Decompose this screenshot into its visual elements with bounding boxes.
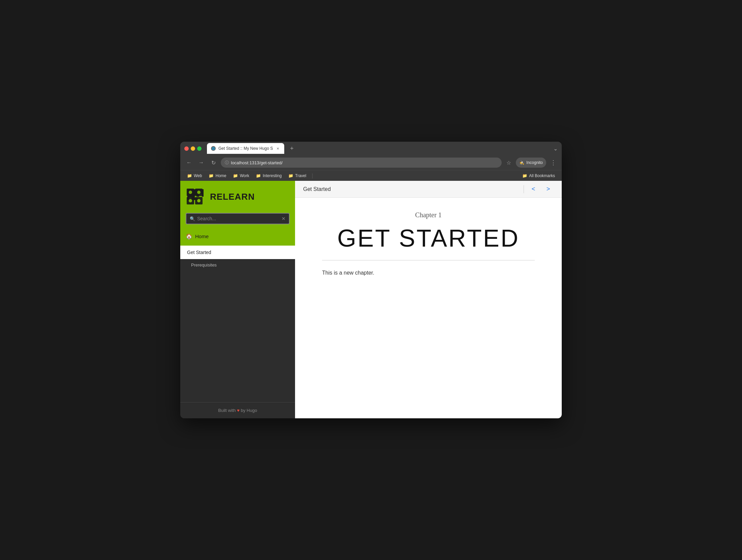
svg-point-4 xyxy=(189,191,192,194)
search-input[interactable] xyxy=(197,216,280,221)
traffic-light-green[interactable] xyxy=(197,146,202,151)
logo-puzzle-icon xyxy=(186,188,206,206)
traffic-light-red[interactable] xyxy=(184,146,189,151)
svg-point-7 xyxy=(197,199,201,202)
home-label: Home xyxy=(195,233,209,239)
logo-text: RELEARN xyxy=(210,192,255,202)
bookmark-label: Work xyxy=(240,173,249,178)
svg-point-5 xyxy=(197,191,201,194)
all-bookmarks-button[interactable]: 📁 All Bookmarks xyxy=(520,172,558,179)
incognito-icon: 🕵 xyxy=(519,160,524,165)
svg-point-6 xyxy=(189,199,192,202)
bookmark-star-button[interactable]: ☆ xyxy=(504,160,513,166)
refresh-button[interactable]: ↻ xyxy=(209,158,218,167)
folder-icon: 📁 xyxy=(522,173,527,178)
browser-tab[interactable]: 🌐 Get Started :: My New Hugo S ✕ xyxy=(207,143,284,154)
bookmark-travel[interactable]: 📁 Travel xyxy=(286,172,309,179)
incognito-label: Incognito xyxy=(526,160,543,165)
incognito-button[interactable]: 🕵 Incognito xyxy=(516,158,546,168)
sidebar-logo-area: RELEARN xyxy=(180,181,295,213)
folder-icon: 📁 xyxy=(288,173,293,178)
folder-icon: 📁 xyxy=(256,173,261,178)
url-text: localhost:1313/get-started/ xyxy=(231,160,283,165)
sidebar-item-get-started[interactable]: Get Started xyxy=(180,246,295,259)
tab-favicon: 🌐 xyxy=(211,146,216,151)
bookmark-web[interactable]: 📁 Web xyxy=(184,172,205,179)
search-bar-area: 🔍 ✕ xyxy=(180,213,295,229)
title-bar: 🌐 Get Started :: My New Hugo S ✕ + ⌄ xyxy=(180,142,562,155)
sidebar: RELEARN 🔍 ✕ 🏠 Home Get Sta xyxy=(180,181,295,418)
chapter-title: GET STARTED xyxy=(322,224,535,252)
chapter-body-text: This is a new chapter. xyxy=(322,269,535,277)
tab-expand-button[interactable]: ⌄ xyxy=(553,145,558,152)
chapter-label: Chapter 1 xyxy=(322,211,535,219)
search-clear-button[interactable]: ✕ xyxy=(282,216,286,221)
all-bookmarks-label: All Bookmarks xyxy=(529,173,555,178)
traffic-lights xyxy=(184,146,202,151)
page-header: Get Started < > xyxy=(295,181,562,198)
chapter-divider xyxy=(322,260,535,260)
menu-item-label: Prerequisites xyxy=(191,262,217,268)
bookmark-separator: | xyxy=(312,173,313,179)
browser-menu-button[interactable]: ⋮ xyxy=(549,159,558,166)
bookmark-home[interactable]: 📁 Home xyxy=(206,172,229,179)
footer-by-hugo: by Hugo xyxy=(241,408,257,413)
page-body: Chapter 1 GET STARTED This is a new chap… xyxy=(295,198,562,418)
url-security-icon: ⓘ xyxy=(225,160,229,166)
traffic-light-yellow[interactable] xyxy=(191,146,195,151)
back-button[interactable]: ← xyxy=(184,158,194,167)
page-prev-button[interactable]: < xyxy=(528,184,539,195)
page-next-button[interactable]: > xyxy=(543,184,554,195)
bookmark-label: Travel xyxy=(295,173,306,178)
bookmark-interesting[interactable]: 📁 Interesting xyxy=(253,172,284,179)
search-icon: 🔍 xyxy=(190,216,195,221)
page-content: Get Started < > Chapter 1 GET STARTED Th… xyxy=(295,181,562,418)
sidebar-nav-home-area: 🏠 Home xyxy=(180,229,295,246)
sidebar-footer: Built with ♥ by Hugo xyxy=(180,402,295,418)
home-icon: 🏠 xyxy=(186,233,192,240)
search-input-wrapper: 🔍 ✕ xyxy=(186,213,290,224)
url-bar[interactable]: ⓘ localhost:1313/get-started/ xyxy=(221,158,502,168)
sidebar-menu: Get Started Prerequisites xyxy=(180,246,295,402)
folder-icon: 📁 xyxy=(209,173,214,178)
address-bar: ← → ↻ ⓘ localhost:1313/get-started/ ☆ 🕵 … xyxy=(180,155,562,170)
forward-button[interactable]: → xyxy=(196,158,206,167)
browser-window: 🌐 Get Started :: My New Hugo S ✕ + ⌄ ← →… xyxy=(180,142,562,418)
bookmark-label: Interesting xyxy=(263,173,282,178)
page-nav-separator xyxy=(524,185,524,193)
bookmark-work[interactable]: 📁 Work xyxy=(230,172,252,179)
menu-item-label: Get Started xyxy=(187,250,211,255)
main-content: RELEARN 🔍 ✕ 🏠 Home Get Sta xyxy=(180,181,562,418)
footer-heart-icon: ♥ xyxy=(237,408,240,413)
sidebar-item-prerequisites[interactable]: Prerequisites xyxy=(180,259,295,271)
folder-icon: 📁 xyxy=(187,173,192,178)
bookmark-label: Home xyxy=(215,173,226,178)
bookmarks-bar: 📁 Web 📁 Home 📁 Work 📁 Interesting 📁 Trav… xyxy=(180,170,562,181)
page-header-title: Get Started xyxy=(303,186,520,192)
folder-icon: 📁 xyxy=(233,173,238,178)
tab-close-button[interactable]: ✕ xyxy=(275,146,280,151)
new-tab-button[interactable]: + xyxy=(287,144,296,153)
bookmark-label: Web xyxy=(194,173,202,178)
tab-title: Get Started :: My New Hugo S xyxy=(218,146,273,151)
footer-built-with: Built with xyxy=(218,408,236,413)
sidebar-home-link[interactable]: 🏠 Home xyxy=(186,232,290,241)
